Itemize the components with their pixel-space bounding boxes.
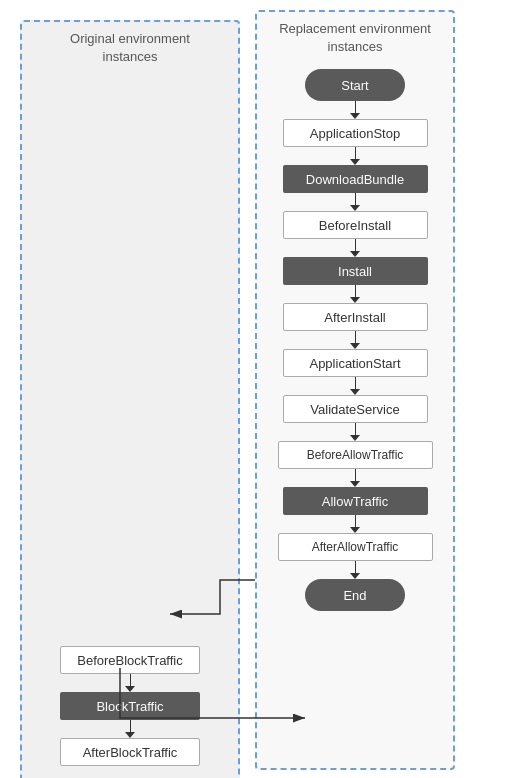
arrow-download-to-beforeinstall bbox=[350, 193, 360, 211]
left-column: Original environment instances BeforeBlo… bbox=[20, 20, 240, 778]
download-bundle-node: DownloadBundle bbox=[283, 165, 428, 193]
arrow-allow-to-afterallow bbox=[350, 515, 360, 533]
end-node: End bbox=[305, 579, 405, 611]
after-allow-traffic-node: AfterAllowTraffic bbox=[278, 533, 433, 561]
arrow-beforeallow-to-allow bbox=[350, 469, 360, 487]
application-start-node: ApplicationStart bbox=[283, 349, 428, 377]
before-install-node: BeforeInstall bbox=[283, 211, 428, 239]
left-flow: BeforeBlockTraffic BlockTraffic AfterBlo… bbox=[22, 646, 238, 766]
arrow-appstart-to-validate bbox=[350, 377, 360, 395]
allow-traffic-node: AllowTraffic bbox=[283, 487, 428, 515]
arrow-start-to-appstop bbox=[350, 101, 360, 119]
install-node: Install bbox=[283, 257, 428, 285]
after-install-node: AfterInstall bbox=[283, 303, 428, 331]
arrow-validate-to-beforeallow bbox=[350, 423, 360, 441]
right-flow: Start ApplicationStop DownloadBundle Bef… bbox=[257, 64, 453, 611]
arrow-block-to-after-block bbox=[125, 720, 135, 738]
left-column-title: Original environment instances bbox=[22, 22, 238, 74]
start-node: Start bbox=[305, 69, 405, 101]
arrow-afterallow-to-end bbox=[350, 561, 360, 579]
arrow-beforeinstall-to-install bbox=[350, 239, 360, 257]
arrow-afterinstall-to-appstart bbox=[350, 331, 360, 349]
right-column: Replacement environment instances Start … bbox=[255, 10, 455, 770]
validate-service-node: ValidateService bbox=[283, 395, 428, 423]
arrow-install-to-afterinstall bbox=[350, 285, 360, 303]
block-traffic-node: BlockTraffic bbox=[60, 692, 200, 720]
before-allow-traffic-node: BeforeAllowTraffic bbox=[278, 441, 433, 469]
arrow-before-block-to-block bbox=[125, 674, 135, 692]
arrow-appstop-to-download bbox=[350, 147, 360, 165]
right-column-title: Replacement environment instances bbox=[257, 12, 453, 64]
diagram-container: Original environment instances BeforeBlo… bbox=[0, 0, 509, 778]
after-block-traffic-node: AfterBlockTraffic bbox=[60, 738, 200, 766]
application-stop-node: ApplicationStop bbox=[283, 119, 428, 147]
before-block-traffic-node: BeforeBlockTraffic bbox=[60, 646, 200, 674]
